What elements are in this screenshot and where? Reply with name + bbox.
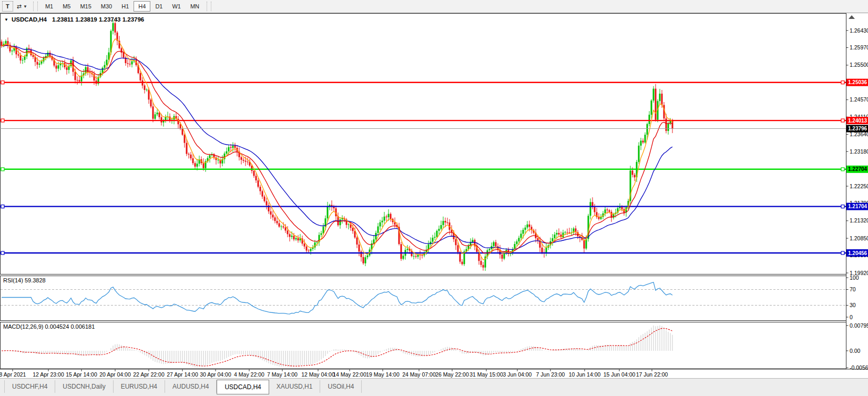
macd-tick-label: -0.00566 [850, 364, 868, 371]
symbol-tab-USDCAD[interactable]: USDCAD,H4 [217, 380, 269, 394]
price-tick-label: 1.24570 [850, 96, 868, 103]
timeframe-button-D1[interactable]: D1 [150, 1, 167, 12]
rsi-tick-label: 30 [850, 302, 856, 308]
time-tick-label: 31 May 15:00 [469, 371, 503, 378]
svg-text:1.24013: 1.24013 [848, 118, 867, 124]
timeframe-button-M5[interactable]: M5 [58, 1, 75, 12]
price-tick-label: 1.22250 [850, 183, 868, 189]
timeframe-button-M30[interactable]: M30 [96, 1, 117, 12]
price-tick-label: 1.25500 [850, 62, 868, 68]
time-tick-label: 27 Apr 14:00 [167, 371, 198, 378]
timeframe-button-H4[interactable]: H4 [134, 1, 150, 12]
mt4-window: T ⇄ ▼ M1M5M15M30H1H4D1W1MN 1.264301.2597… [0, 0, 868, 396]
svg-text:1.23796: 1.23796 [848, 126, 867, 131]
timeframe-button-W1[interactable]: W1 [167, 1, 186, 12]
time-tick-label: 30 Apr 04:00 [200, 371, 231, 378]
time-tick-label: 10 Jun 14:00 [569, 371, 601, 378]
timeframe-button-MN[interactable]: MN [186, 1, 204, 12]
timeframe-button-M15[interactable]: M15 [75, 1, 96, 12]
chart-window: 1.264301.259701.255001.245701.241101.236… [0, 13, 868, 378]
symbol-tab-EURUSD[interactable]: EURUSD,H4 [114, 380, 165, 393]
chart-canvas[interactable]: 1.264301.259701.255001.245701.241101.236… [0, 13, 868, 378]
toolbar-grip-right [207, 2, 211, 11]
dropdown-caret-icon: ▼ [23, 4, 27, 9]
top-toolbar: T ⇄ ▼ M1M5M15M30H1H4D1W1MN [0, 0, 868, 13]
svg-text:1.20456: 1.20456 [848, 250, 867, 256]
svg-text:1.21704: 1.21704 [848, 204, 867, 209]
toolbar-grip [33, 2, 38, 11]
price-tick-label: 1.20850 [850, 235, 868, 241]
rsi-tick-label: 0 [850, 314, 853, 320]
time-tick-label: 3 Jun 04:00 [503, 371, 532, 378]
symbol-tab-AUDUSD[interactable]: AUDUSD,H4 [165, 380, 217, 393]
svg-text:1.22704: 1.22704 [848, 166, 867, 172]
cursor-tools-button[interactable]: ⇄ ▼ [14, 1, 30, 12]
price-tick-label: 1.23180 [850, 148, 868, 155]
time-tick-label: 4 May 22:00 [234, 371, 264, 378]
macd-tick-label: 0.007959 [850, 322, 868, 329]
time-tick-label: 24 May 07:00 [402, 371, 436, 378]
price-tick-label: 1.26430 [850, 27, 868, 34]
timeframe-toolbar: M1M5M15M30H1H4D1W1MN [40, 1, 204, 12]
rsi-tick-label: 100 [850, 275, 859, 281]
chart-tab-bar: USDCHF,H4USDCNH,DailyEURUSD,H4AUDUSD,H4U… [0, 378, 868, 396]
price-tick-label: 1.25970 [850, 44, 868, 50]
time-tick-label: 19 May 14:00 [366, 371, 400, 378]
macd-tick-label: 0.00 [850, 348, 861, 354]
time-tick-label: 12 Apr 23:00 [33, 371, 64, 378]
time-tick-label: 7 May 14:00 [267, 371, 298, 378]
svg-text:1.25036: 1.25036 [848, 79, 867, 85]
time-tick-label: 14 May 22:00 [333, 371, 366, 378]
time-tick-label: 15 Jun 04:00 [604, 371, 636, 378]
time-tick-label: 7 Jun 23:00 [536, 371, 565, 378]
time-tick-label: 17 Jun 22:00 [636, 371, 668, 378]
time-tick-label: 26 May 22:00 [435, 371, 469, 378]
time-tick-label: 12 May 04:00 [301, 371, 335, 378]
time-tick-label: 22 Apr 22:00 [133, 371, 165, 378]
chart-background [0, 13, 868, 378]
time-tick-label: 8 Apr 2021 [0, 371, 26, 378]
time-tick-label: 15 Apr 14:00 [66, 371, 97, 378]
time-tick-label: 20 Apr 04:00 [99, 371, 131, 378]
swap-arrows-icon: ⇄ [17, 3, 22, 10]
symbol-tab-XAUUSD[interactable]: XAUUSD,H1 [269, 380, 321, 393]
symbol-tab-USDCHF[interactable]: USDCHF,H4 [4, 380, 55, 393]
timeframe-button-M1[interactable]: M1 [40, 1, 58, 12]
rsi-tick-label: 70 [850, 286, 856, 292]
text-tool-button[interactable]: T [2, 1, 13, 12]
symbol-tab-USDCNH[interactable]: USDCNH,Daily [55, 380, 113, 393]
symbol-tab-USOil[interactable]: USOil,H4 [320, 380, 362, 393]
price-tick-label: 1.21320 [850, 217, 868, 224]
timeframe-button-H1[interactable]: H1 [117, 1, 134, 12]
